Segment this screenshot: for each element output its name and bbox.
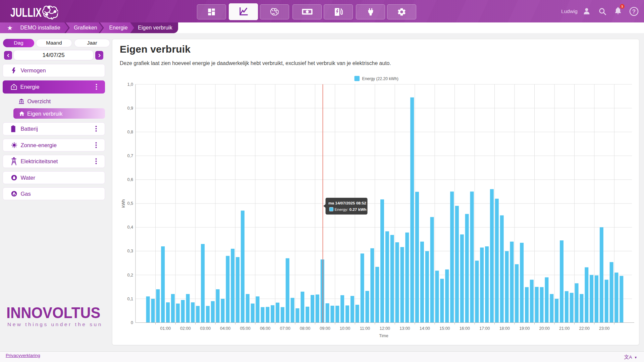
svg-text:03:00: 03:00 (200, 326, 211, 331)
svg-text:11:00: 11:00 (360, 326, 370, 331)
svg-text:18:00: 18:00 (499, 326, 510, 331)
svg-text:Energy (22.20 kWh): Energy (22.20 kWh) (362, 76, 398, 81)
svg-text:1,0: 1,0 (127, 82, 133, 87)
svg-text:kWh: kWh (121, 199, 126, 207)
svg-text:0,8: 0,8 (127, 130, 133, 134)
svg-text:04:00: 04:00 (220, 326, 230, 331)
svg-text:21:00: 21:00 (559, 326, 570, 331)
svg-text:10:00: 10:00 (340, 326, 350, 331)
svg-text:0,6: 0,6 (127, 177, 133, 182)
svg-text:12:00: 12:00 (380, 326, 390, 331)
svg-text:05:00: 05:00 (240, 326, 250, 331)
svg-text:17:00: 17:00 (479, 326, 490, 331)
svg-text:0,7: 0,7 (127, 154, 133, 158)
svg-text:0,3: 0,3 (127, 249, 133, 253)
svg-text:07:00: 07:00 (280, 326, 290, 331)
svg-text:Time: Time (379, 334, 388, 338)
svg-text:23:00: 23:00 (599, 326, 609, 331)
svg-text:22:00: 22:00 (579, 326, 590, 331)
svg-text:20:00: 20:00 (539, 326, 550, 331)
svg-text:0,1: 0,1 (127, 297, 133, 301)
svg-text:0,4: 0,4 (127, 225, 133, 230)
svg-text:13:00: 13:00 (399, 326, 410, 331)
svg-text:08:00: 08:00 (300, 326, 310, 331)
svg-text:15:00: 15:00 (439, 326, 450, 331)
svg-text:?: ? (632, 8, 636, 15)
svg-text:06:00: 06:00 (260, 326, 270, 331)
svg-text:0: 0 (131, 320, 133, 325)
svg-text:0,9: 0,9 (127, 106, 133, 111)
svg-text:19:00: 19:00 (519, 326, 530, 331)
svg-text:01:00: 01:00 (160, 326, 171, 331)
svg-text:14:00: 14:00 (420, 326, 430, 331)
svg-text:09:00: 09:00 (320, 326, 330, 331)
svg-text:16:00: 16:00 (460, 326, 470, 331)
svg-text:Energy: 0.27 kWh: Energy: 0.27 kWh (335, 207, 367, 212)
svg-text:0,5: 0,5 (127, 201, 133, 206)
svg-text:0,2: 0,2 (127, 273, 133, 278)
svg-text:ma 14/07/2025 08:52: ma 14/07/2025 08:52 (328, 201, 366, 205)
svg-text:02:00: 02:00 (180, 326, 191, 331)
